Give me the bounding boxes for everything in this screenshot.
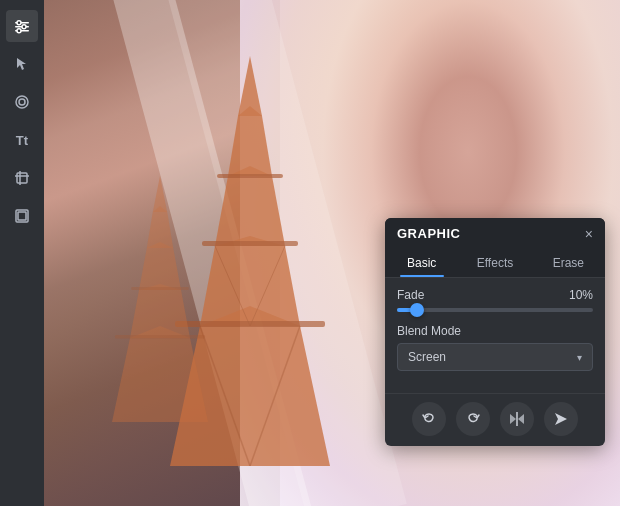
panel-tabs: Basic Effects Erase: [385, 249, 605, 278]
fade-label: Fade: [397, 288, 424, 302]
dropdown-arrow-icon: ▾: [577, 352, 582, 363]
svg-marker-16: [153, 176, 167, 212]
text-icon[interactable]: Tt: [6, 124, 38, 156]
svg-marker-36: [555, 413, 567, 425]
svg-marker-3: [228, 106, 272, 176]
toolbar: Tt: [0, 0, 44, 506]
mask-icon[interactable]: [6, 86, 38, 118]
svg-marker-25: [17, 58, 26, 70]
svg-point-23: [22, 25, 26, 29]
flip-horizontal-button[interactable]: [500, 402, 534, 436]
blend-mode-value: Screen: [408, 350, 446, 364]
eiffel-tower-back: [100, 146, 220, 446]
graphic-panel: GRAPHIC × Basic Effects Erase Fade 10% B…: [385, 218, 605, 446]
panel-actions: [385, 393, 605, 446]
svg-rect-7: [217, 174, 283, 178]
svg-marker-13: [130, 284, 190, 338]
tab-erase[interactable]: Erase: [532, 249, 605, 277]
tab-effects[interactable]: Effects: [458, 249, 531, 277]
svg-rect-32: [18, 212, 26, 220]
svg-marker-12: [112, 326, 208, 422]
undo-button[interactable]: [412, 402, 446, 436]
panel-header: GRAPHIC ×: [385, 218, 605, 249]
svg-point-26: [16, 96, 28, 108]
panel-body: Fade 10% Blend Mode Screen ▾: [385, 278, 605, 393]
fade-row: Fade 10%: [397, 288, 593, 302]
send-button[interactable]: [544, 402, 578, 436]
svg-marker-33: [510, 414, 516, 424]
cursor-icon[interactable]: [6, 48, 38, 80]
redo-button[interactable]: [456, 402, 490, 436]
fade-slider[interactable]: [397, 308, 593, 312]
crop-icon[interactable]: [6, 162, 38, 194]
svg-rect-28: [17, 173, 27, 183]
svg-rect-18: [131, 287, 189, 290]
svg-marker-4: [238, 56, 262, 116]
frame-icon[interactable]: [6, 200, 38, 232]
panel-title: GRAPHIC: [397, 226, 460, 241]
blend-mode-label: Blend Mode: [397, 324, 593, 338]
close-button[interactable]: ×: [585, 227, 593, 241]
slider-thumb[interactable]: [410, 303, 424, 317]
fade-value: 10%: [569, 288, 593, 302]
blend-mode-dropdown[interactable]: Screen ▾: [397, 343, 593, 371]
svg-marker-14: [139, 242, 181, 290]
tab-basic[interactable]: Basic: [385, 249, 458, 277]
svg-marker-15: [147, 206, 173, 248]
svg-point-27: [19, 99, 25, 105]
svg-marker-34: [518, 414, 524, 424]
svg-point-22: [17, 21, 21, 25]
slider-track: [397, 308, 593, 312]
svg-rect-17: [115, 335, 205, 339]
adjust-icon[interactable]: [6, 10, 38, 42]
svg-point-24: [17, 29, 21, 33]
